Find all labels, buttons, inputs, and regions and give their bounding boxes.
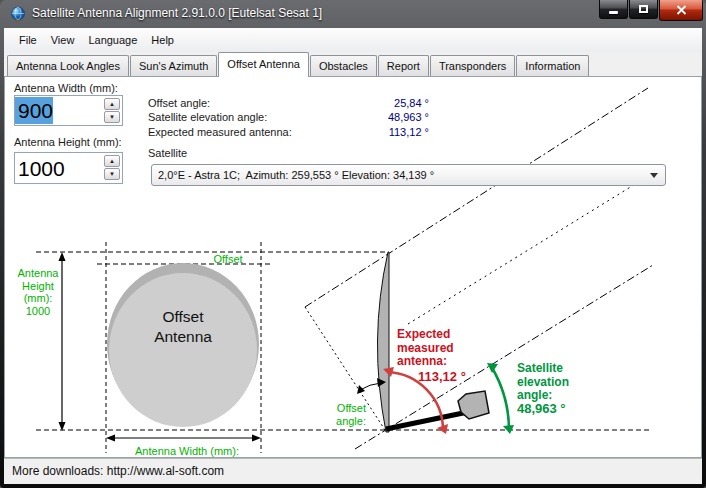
expected-label-line3: antenna:: [397, 354, 447, 368]
menu-help[interactable]: Help: [144, 31, 181, 49]
height-spin-down-button[interactable]: ▼: [104, 168, 120, 180]
tab-obstacles[interactable]: Obstacles: [310, 55, 377, 76]
window-title: Satellite Antenna Alignment 2.91.0.0 [Eu…: [32, 6, 322, 20]
minimize-button[interactable]: [599, 0, 628, 19]
expected-field-label: Expected measured antenna:: [148, 126, 292, 138]
antenna-height-label: Antenna Height (mm):: [14, 136, 122, 148]
satellite-label: Satellite: [148, 147, 187, 159]
offset-top-label: Offset: [213, 253, 242, 265]
tab-report[interactable]: Report: [378, 55, 429, 76]
maximize-icon: [639, 5, 648, 13]
tab-offset-antenna[interactable]: Offset Antenna: [218, 52, 309, 77]
status-text: More downloads: http://www.al-soft.com: [12, 459, 224, 484]
expected-value: 113,12 °: [281, 126, 429, 138]
antenna-height-value: 1000: [15, 155, 65, 182]
height-label-line1: Antenna: [18, 267, 60, 279]
width-spin-up-button[interactable]: ▲: [104, 98, 120, 110]
elevation-angle-value: 48,963 °: [517, 401, 566, 416]
elevation-label-line1: Satellite: [517, 361, 563, 375]
offset-angle-value: 25,84 °: [281, 97, 429, 109]
expected-angle-value: 113,12 °: [418, 369, 466, 384]
close-button[interactable]: [659, 0, 703, 21]
tab-information[interactable]: Information: [516, 55, 589, 76]
expected-label-line2: measured: [397, 341, 454, 355]
offset-angle-field-label: Offset angle:: [148, 97, 210, 109]
offset-angle-label-line2: angle:: [336, 415, 366, 427]
maximize-button[interactable]: [629, 0, 658, 19]
tab-strip: Antenna Look Angles Sun's Azimuth Offset…: [4, 52, 702, 76]
height-label-line3: (mm):: [24, 292, 53, 304]
height-spin-up-button[interactable]: ▲: [104, 155, 120, 167]
elevation-label-line2: elevation: [517, 375, 569, 389]
menu-language[interactable]: Language: [81, 31, 144, 49]
antenna-width-input[interactable]: 900 ▲ ▼: [14, 95, 123, 126]
offset-angle-label-line1: Offset: [337, 402, 366, 414]
offset-antenna-page: Offset Antenna Antenna Height (mm): 1000…: [4, 76, 702, 458]
dish-front-label-2: Antenna: [154, 328, 212, 345]
status-bar: More downloads: http://www.al-soft.com: [4, 458, 702, 484]
app-window: Satellite Antenna Alignment 2.91.0.0 [Eu…: [0, 0, 706, 488]
menu-bar: File View Language Help: [4, 28, 702, 52]
elevation-value: 48,963 °: [281, 111, 429, 123]
satellite-dropdown-value: 2,0°E - Astra 1C; Azimuth: 259,553 ° Ele…: [158, 165, 434, 185]
client-area: File View Language Help Antenna Look Ang…: [4, 28, 702, 484]
height-label-line2: Height: [22, 280, 54, 292]
dish-front-label-1: Offset: [162, 308, 204, 325]
antenna-width-label: Antenna Width (mm):: [14, 82, 118, 94]
menu-file[interactable]: File: [12, 31, 44, 49]
satellite-dropdown[interactable]: 2,0°E - Astra 1C; Azimuth: 259,553 ° Ele…: [151, 164, 666, 186]
close-icon: [676, 5, 687, 15]
chevron-down-icon: [650, 173, 658, 178]
antenna-height-input[interactable]: 1000 ▲ ▼: [14, 152, 123, 184]
width-label: Antenna Width (mm):: [135, 445, 239, 457]
tab-transponders[interactable]: Transponders: [430, 55, 515, 76]
title-bar[interactable]: Satellite Antenna Alignment 2.91.0.0 [Eu…: [0, 0, 706, 28]
globe-icon: [10, 6, 26, 22]
width-spin-down-button[interactable]: ▼: [104, 111, 120, 123]
elevation-field-label: Satellite elevation angle:: [148, 111, 267, 123]
tab-antenna-look-angles[interactable]: Antenna Look Angles: [7, 55, 129, 76]
height-label-line4: 1000: [26, 305, 50, 317]
elevation-label-line3: angle:: [517, 388, 552, 402]
minimize-icon: [609, 11, 618, 14]
tab-suns-azimuth[interactable]: Sun's Azimuth: [130, 55, 217, 76]
antenna-width-value: 900: [15, 97, 53, 124]
expected-label-line1: Expected: [397, 327, 450, 341]
menu-view[interactable]: View: [44, 31, 82, 49]
